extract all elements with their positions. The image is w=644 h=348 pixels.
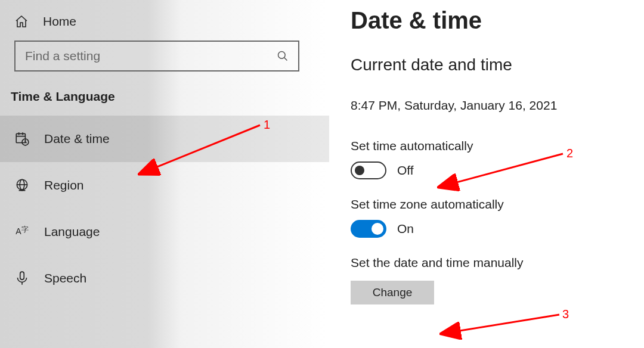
set-time-auto-group: Set time automatically Off	[351, 139, 623, 179]
microphone-icon	[14, 271, 30, 286]
svg-text:A: A	[16, 226, 21, 236]
sidebar-item-speech[interactable]: Speech	[0, 255, 329, 302]
calendar-clock-icon	[14, 131, 30, 147]
set-tz-auto-state: On	[397, 222, 414, 236]
sidebar-item-language[interactable]: A 字 Language	[0, 209, 329, 255]
sidebar-item-label: Speech	[44, 271, 86, 285]
set-tz-auto-group: Set time zone automatically On	[351, 197, 623, 238]
set-time-auto-label: Set time automatically	[351, 139, 623, 153]
sidebar-item-label: Date & time	[44, 132, 110, 146]
nav-home[interactable]: Home	[0, 7, 329, 41]
sidebar-item-date-time[interactable]: Date & time	[0, 116, 329, 162]
sidebar-item-label: Region	[44, 178, 84, 192]
set-manual-label: Set the date and time manually	[351, 256, 623, 270]
settings-content: Date & time Current date and time 8:47 P…	[329, 0, 644, 348]
svg-text:字: 字	[21, 225, 29, 234]
home-icon	[14, 14, 29, 29]
set-tz-auto-label: Set time zone automatically	[351, 197, 623, 212]
svg-line-1	[284, 58, 287, 61]
svg-rect-2	[16, 133, 25, 142]
nav-home-label: Home	[43, 14, 76, 29]
sidebar-category-title: Time & Language	[0, 86, 329, 116]
globe-icon	[14, 178, 30, 193]
svg-rect-14	[20, 272, 24, 279]
set-time-auto-state: Off	[397, 163, 414, 178]
page-title: Date & time	[351, 7, 623, 34]
sidebar-item-label: Language	[44, 225, 100, 239]
sidebar-item-region[interactable]: Region	[0, 162, 329, 209]
search-icon	[277, 50, 289, 62]
sidebar-nav-list: Date & time Region A 字 Language	[0, 116, 329, 302]
search-placeholder: Find a setting	[25, 49, 100, 63]
current-datetime-value: 8:47 PM, Saturday, January 16, 2021	[351, 98, 623, 113]
language-character-icon: A 字	[14, 224, 30, 240]
change-button[interactable]: Change	[351, 281, 434, 304]
set-tz-auto-toggle[interactable]	[351, 220, 386, 238]
set-time-auto-toggle[interactable]	[351, 161, 386, 179]
section-title: Current date and time	[351, 55, 623, 74]
settings-sidebar: Home Find a setting Time & Language	[0, 0, 329, 348]
svg-point-0	[278, 52, 286, 59]
search-input[interactable]: Find a setting	[14, 41, 299, 72]
